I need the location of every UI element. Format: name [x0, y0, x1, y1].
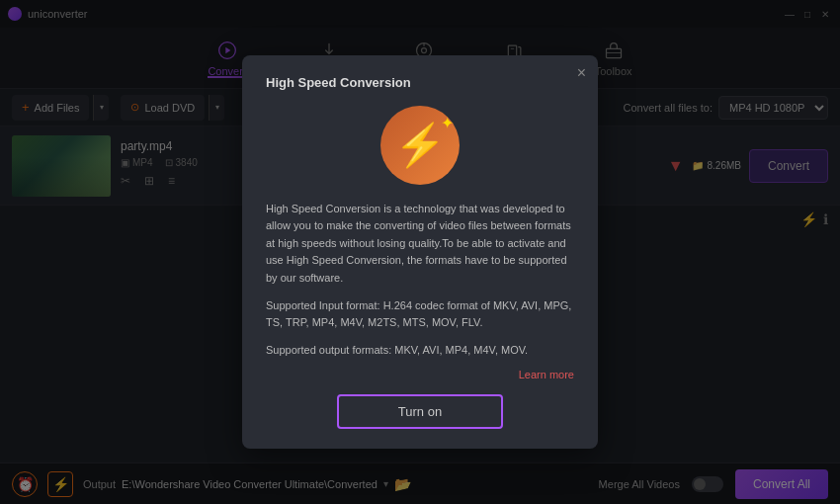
lightning-icon: ⚡ ✦ [380, 106, 460, 185]
learn-more-link[interactable]: Learn more [266, 369, 574, 380]
modal-title: High Speed Conversion [266, 75, 574, 90]
input-formats-label: Supported Input format: [266, 299, 380, 311]
modal-output-formats: Supported output formats: MKV, AVI, MP4,… [266, 342, 574, 360]
modal-body-text: High Speed Conversion is a technology th… [266, 201, 574, 288]
modal-close-button[interactable]: × [577, 65, 586, 81]
modal-button-area: Turn on [266, 394, 574, 429]
bolt-icon: ⚡ [394, 121, 446, 169]
output-formats-value: MKV, AVI, MP4, M4V, MOV. [394, 344, 528, 356]
turn-on-button[interactable]: Turn on [337, 394, 503, 429]
modal-input-formats-text: Supported Input format: H.264 codec form… [266, 297, 574, 332]
modal-output-formats-text: Supported output formats: MKV, AVI, MP4,… [266, 342, 574, 360]
modal-overlay: High Speed Conversion × ⚡ ✦ High Speed C… [0, 0, 840, 504]
high-speed-conversion-modal: High Speed Conversion × ⚡ ✦ High Speed C… [242, 55, 598, 450]
modal-icon-area: ⚡ ✦ [266, 106, 574, 185]
output-formats-label: Supported output formats: [266, 344, 391, 356]
modal-description: High Speed Conversion is a technology th… [266, 201, 574, 288]
modal-input-formats: Supported Input format: H.264 codec form… [266, 297, 574, 332]
